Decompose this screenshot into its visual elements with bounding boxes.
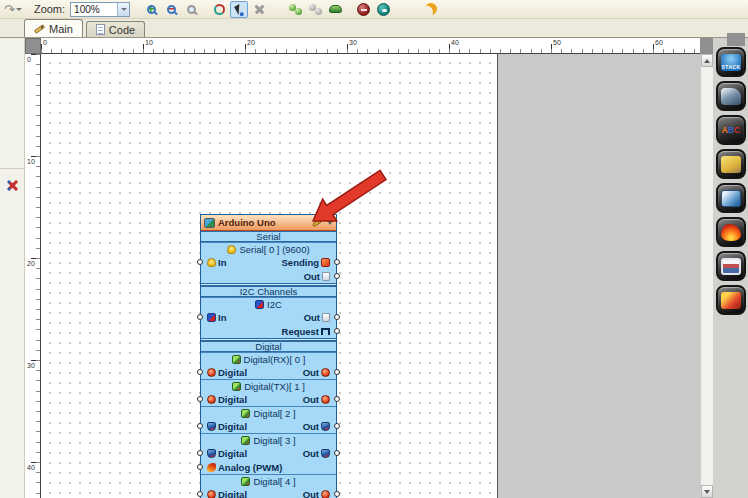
banana-icon[interactable]: [422, 1, 440, 18]
block-body: SerialSerial[ 0 ] (9600)InSendingOutI2C …: [201, 231, 336, 498]
design-canvas[interactable]: Arduino Uno SerialSerial[ 0 ] (9600)InSe…: [41, 54, 700, 498]
zoom-select[interactable]: 100%: [70, 2, 130, 17]
page-icon: [322, 313, 330, 322]
cheese-category-button[interactable]: [716, 149, 746, 179]
wrench-icon[interactable]: [312, 218, 322, 227]
channel-title: Digital[ 3 ]: [201, 433, 336, 446]
sidebar-corner-box: [727, 33, 745, 46]
ruler-corner: [25, 38, 41, 54]
chan-icon: [241, 409, 250, 418]
dig-icon: [207, 368, 216, 377]
chevron-down-icon: [121, 8, 127, 11]
pin-connector[interactable]: [334, 450, 340, 456]
ruler-number: 30: [27, 362, 35, 369]
pin-connector[interactable]: [197, 423, 203, 429]
green-hat-icon[interactable]: [326, 1, 344, 18]
fire-category-button[interactable]: [716, 217, 746, 247]
scroll-down-button[interactable]: [701, 485, 713, 498]
vertical-scrollbar[interactable]: [700, 54, 713, 498]
vertical-ruler: 010203040: [25, 54, 41, 498]
redo-button[interactable]: ↷: [4, 3, 22, 16]
teal-circle-icon[interactable]: [374, 1, 392, 18]
tab-main-label: Main: [49, 23, 73, 35]
scroll-up-button[interactable]: [701, 54, 713, 67]
dig-icon: [207, 395, 216, 404]
delete-tool-button[interactable]: [3, 176, 22, 194]
pin-connector[interactable]: [334, 396, 340, 402]
refresh-arrows-icon[interactable]: [210, 1, 228, 18]
pin-connector[interactable]: [334, 259, 340, 265]
lamp-icon: [207, 258, 216, 267]
main-toolbar: ↷ Zoom: 100%: [0, 0, 748, 19]
zoom-out-icon[interactable]: [162, 1, 180, 18]
green-balls-icon[interactable]: [286, 1, 304, 18]
zoom-original-icon[interactable]: [182, 1, 200, 18]
pin-connector[interactable]: [197, 314, 203, 320]
left-panel-divider: [0, 168, 24, 169]
pin-connector[interactable]: [334, 314, 340, 320]
pin-row: Out: [201, 269, 336, 283]
dark-red-circle-icon[interactable]: [354, 1, 372, 18]
ruler-number: 40: [27, 464, 35, 471]
arduino-uno-block[interactable]: Arduino Uno SerialSerial[ 0 ] (9600)InSe…: [200, 214, 337, 498]
i2c-icon: [207, 313, 216, 322]
stack-category-button[interactable]: STACK: [716, 47, 746, 77]
dig-icon: [207, 490, 216, 498]
abc-category-button[interactable]: ABC: [716, 115, 746, 145]
pin-connector[interactable]: [334, 328, 340, 334]
redo-dropdown-icon[interactable]: [16, 8, 22, 11]
faucet-icon: [721, 88, 741, 105]
triangle-down-icon: [704, 490, 710, 494]
ruler-number: 0: [43, 39, 47, 46]
faucet-category-button[interactable]: [716, 81, 746, 111]
displays-icon: [721, 190, 741, 207]
channel-title: Digital(TX)[ 1 ]: [201, 379, 336, 392]
lamp-icon: [227, 245, 236, 254]
pin-connector[interactable]: [334, 369, 340, 375]
left-panel: [0, 38, 25, 498]
pin-connector[interactable]: [334, 273, 340, 279]
photo-category-button[interactable]: [716, 251, 746, 281]
channel-title: I2C: [201, 297, 336, 310]
pin-row: DigitalOut: [201, 446, 336, 460]
tab-code[interactable]: Code: [86, 21, 145, 37]
photo-icon: [721, 258, 741, 275]
green-balls-disabled-icon[interactable]: [306, 1, 324, 18]
pin-connector[interactable]: [197, 464, 203, 470]
wire-pointer-icon[interactable]: [230, 1, 248, 18]
pin-connector[interactable]: [197, 491, 203, 497]
pin-connector[interactable]: [197, 259, 203, 265]
ruler-number: 10: [27, 158, 35, 165]
delete-x-icon[interactable]: [250, 1, 268, 18]
dig-icon: [321, 490, 330, 498]
tab-code-label: Code: [109, 24, 135, 36]
hat-icon: [207, 422, 216, 431]
block-header[interactable]: Arduino Uno: [201, 215, 336, 231]
tab-main[interactable]: Main: [24, 19, 83, 37]
ruler-number: 40: [451, 39, 459, 46]
pin-connector[interactable]: [334, 491, 340, 497]
pin-connector[interactable]: [334, 423, 340, 429]
zoom-in-icon[interactable]: [142, 1, 160, 18]
ruler-number: 30: [349, 39, 357, 46]
pin-row: InSending: [201, 255, 336, 269]
pin-connector[interactable]: [197, 369, 203, 375]
section-title: I2C Channels: [201, 286, 336, 297]
ruler-number: 60: [655, 39, 663, 46]
zoom-value: 100%: [74, 4, 100, 15]
chan-icon: [241, 436, 250, 445]
chan-icon: [232, 382, 241, 391]
channel-title: Digital[ 2 ]: [201, 406, 336, 419]
chevron-down-icon[interactable]: [327, 221, 333, 225]
dig-icon: [321, 395, 330, 404]
ruler-number: 10: [145, 39, 153, 46]
pin-connector[interactable]: [197, 450, 203, 456]
pin-connector[interactable]: [197, 396, 203, 402]
ruler-number: 0: [27, 56, 31, 63]
tools-category-button[interactable]: [716, 285, 746, 315]
abc-icon: ABC: [721, 122, 741, 139]
dig-icon: [321, 368, 330, 377]
displays-category-button[interactable]: [716, 183, 746, 213]
fire-icon: [721, 224, 741, 241]
zoom-dropdown-button[interactable]: [117, 3, 129, 16]
